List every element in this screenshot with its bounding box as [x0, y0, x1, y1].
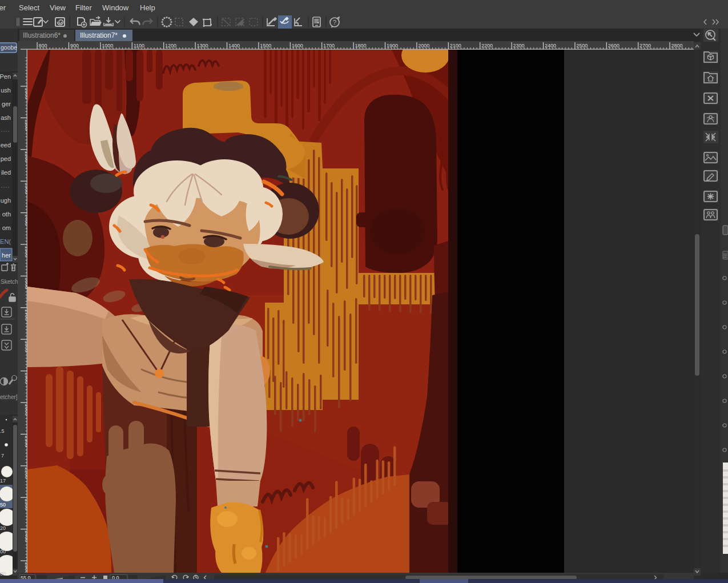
- svg-text:900: 900: [70, 43, 79, 49]
- svg-text:20: 20: [0, 525, 6, 531]
- svg-text:ash: ash: [1, 114, 11, 121]
- svg-text:etcher]: etcher]: [0, 394, 18, 400]
- svg-text:ugh: ugh: [1, 197, 11, 204]
- svg-text:50: 50: [0, 502, 6, 508]
- svg-text:her: her: [2, 252, 11, 259]
- svg-text:800: 800: [39, 43, 47, 49]
- svg-text:iled: iled: [1, 169, 11, 176]
- svg-text:ush: ush: [1, 87, 11, 94]
- svg-text:17: 17: [0, 478, 6, 484]
- svg-text:?: ?: [333, 19, 336, 26]
- svg-text:ped: ped: [1, 155, 11, 162]
- svg-text:ger: ger: [2, 100, 11, 107]
- svg-text:om: om: [2, 224, 11, 231]
- svg-text:Sketch: Sketch: [1, 279, 18, 285]
- svg-text:oth: oth: [2, 211, 11, 218]
- svg-text:00: 00: [0, 549, 6, 554]
- svg-text:Pen: Pen: [0, 73, 11, 80]
- svg-text:EN(: EN(: [0, 238, 11, 245]
- svg-text:7: 7: [1, 453, 4, 459]
- svg-text:00: 00: [0, 571, 6, 576]
- svg-text:.5: .5: [0, 428, 5, 434]
- svg-text:eed: eed: [1, 142, 11, 148]
